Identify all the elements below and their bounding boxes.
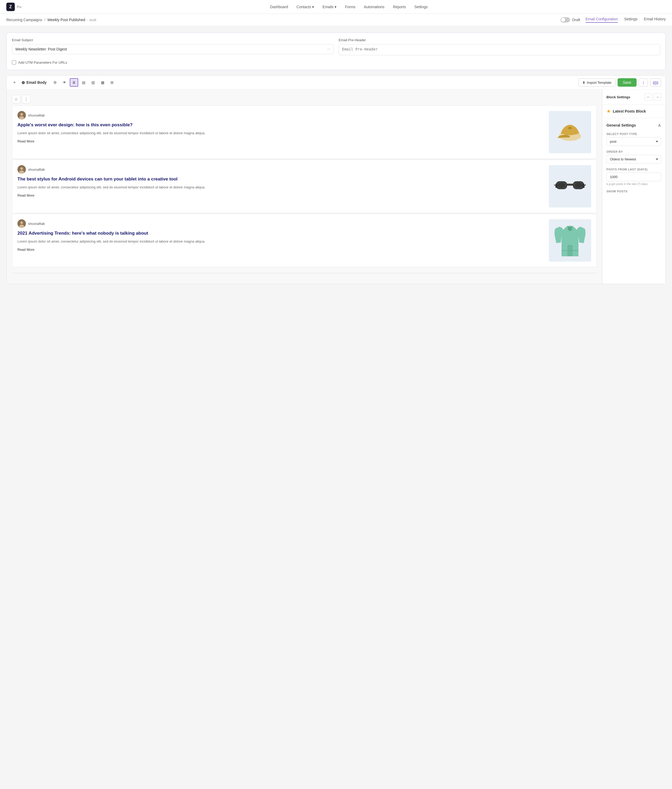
order-by-label: ORDER BY	[607, 150, 661, 153]
breadcrumb-parent[interactable]: Recurring Campaigns	[6, 18, 42, 22]
draft-toggle-wrap: Draft	[560, 17, 580, 22]
chevron-down-icon: ▾	[312, 5, 314, 9]
show-posts-group: SHOW POSTS	[607, 190, 661, 193]
nav-forms[interactable]: Forms	[345, 5, 356, 9]
email-subject-input-wrap: ···	[12, 44, 334, 54]
tab-email-configuration[interactable]: Email Configuration	[586, 17, 618, 23]
code-button[interactable]: ⋮	[639, 78, 648, 87]
read-more-link[interactable]: Read More	[18, 248, 34, 252]
post-card-content: shuvoaftab Apple's worst ever design: ho…	[18, 111, 544, 153]
settings-back-button[interactable]: ←	[645, 93, 652, 101]
post-title: 2021 Advertising Trends: here's what nob…	[18, 230, 544, 236]
email-preheader-label: Email Pre-Header	[339, 38, 660, 42]
email-body-icon: ⊕	[21, 80, 25, 85]
svg-rect-13	[583, 184, 584, 188]
posts-from-last-hint: e.g get posts in the last (7) days	[607, 182, 661, 185]
email-config-panel: Email Subject ··· Email Pre-Header Add U…	[6, 32, 666, 70]
svg-point-2	[19, 116, 24, 120]
toolbar-right: ⬇ Import Template Save ⋮ {{}}	[578, 78, 661, 87]
svg-line-15	[585, 184, 586, 185]
post-author: shuvoaftab	[18, 219, 544, 228]
block-star-icon: ★	[607, 109, 611, 114]
tab-settings[interactable]: Settings	[624, 17, 638, 23]
email-preheader-input[interactable]	[339, 44, 660, 55]
post-image-hoodie	[554, 222, 586, 259]
chevron-down-icon: ▾	[335, 5, 337, 9]
select-post-type-label: SELECT POST TYPE	[607, 133, 661, 136]
breadcrumb-current: Weekly Post Published	[47, 18, 85, 22]
settings-panel-header: Block Settings ← →	[602, 89, 666, 105]
email-subject-input[interactable]	[12, 44, 334, 54]
utm-label: Add UTM Parameters For URLs	[18, 61, 67, 64]
svg-point-21	[568, 227, 572, 231]
editor-canvas: ☆ ⋮	[6, 89, 602, 284]
utm-row: Add UTM Parameters For URLs	[12, 60, 660, 64]
svg-line-14	[554, 184, 555, 185]
general-settings: General Settings ∧ SELECT POST TYPE post…	[602, 118, 666, 201]
svg-point-19	[20, 221, 23, 224]
more-icon: ⋮	[642, 81, 645, 85]
email-body-section: + ⊕ Email Body ⚙ 👁 🖥 ▤ ▥ ▦ ⊞ ⬇ Import Te…	[6, 75, 666, 284]
block-star-button[interactable]: ☆	[12, 95, 20, 103]
block-settings-title-row: ★ Latest Posts Block	[602, 105, 666, 118]
more-options-icon[interactable]: ···	[327, 47, 330, 51]
posts-from-last-input[interactable]	[607, 172, 661, 181]
main-content: Email Subject ··· Email Pre-Header Add U…	[0, 26, 672, 291]
tab-email-history[interactable]: Email History	[644, 17, 666, 23]
post-image-glasses	[554, 176, 586, 197]
utm-checkbox[interactable]	[12, 60, 16, 64]
svg-rect-12	[555, 184, 557, 188]
email-subject-field: Email Subject ···	[12, 38, 334, 56]
block-more-button[interactable]: ⋮	[22, 95, 30, 103]
nav-dashboard[interactable]: Dashboard	[270, 5, 288, 9]
post-image	[549, 219, 591, 262]
top-navigation: Z Pro Dashboard Contacts ▾ Emails ▾ Form…	[0, 0, 672, 14]
template-code-button[interactable]: {{}}	[650, 78, 661, 87]
settings-nav: ← →	[645, 93, 661, 101]
settings-forward-button[interactable]: →	[654, 93, 661, 101]
nav-contacts[interactable]: Contacts ▾	[297, 5, 314, 9]
toolbar-icon-layout2[interactable]: ▥	[89, 78, 97, 87]
post-title: The best stylus for Android devices can …	[18, 176, 544, 182]
breadcrumb-separator: /	[44, 18, 45, 22]
save-button[interactable]: Save	[618, 78, 637, 87]
general-settings-collapse[interactable]: ∧	[658, 122, 661, 128]
post-card: shuvoaftab Apple's worst ever design: ho…	[12, 105, 597, 159]
draft-toggle[interactable]	[560, 17, 570, 22]
order-by-select[interactable]: Oldest to Newest Newest to Oldest Random	[607, 155, 661, 164]
toolbar-icon-eye[interactable]: 👁	[60, 78, 69, 87]
avatar	[18, 165, 26, 174]
read-more-link[interactable]: Read More	[18, 139, 34, 143]
nav-reports[interactable]: Reports	[393, 5, 406, 9]
toolbar-icon-desktop[interactable]: 🖥	[70, 78, 78, 87]
svg-point-17	[575, 182, 582, 188]
select-post-type-group: SELECT POST TYPE post page custom	[607, 133, 661, 146]
nav-settings[interactable]: Settings	[414, 5, 428, 9]
toolbar-icon-layout1[interactable]: ▤	[79, 78, 88, 87]
app-plan: Pro	[17, 5, 21, 8]
post-image-cap	[555, 119, 584, 145]
nav-automations[interactable]: Automations	[364, 5, 385, 9]
post-excerpt: Lorem ipsum dolor sit amet, consectetur …	[18, 239, 544, 244]
toolbar-icon-settings[interactable]: ⚙	[51, 78, 59, 87]
post-author: shuvoaftab	[18, 111, 544, 120]
toolbar-icon-layout4[interactable]: ⊞	[108, 78, 116, 87]
post-card: shuvoaftab The best stylus for Android d…	[12, 160, 597, 213]
select-post-type-select[interactable]: post page custom	[607, 137, 661, 146]
general-settings-label: General Settings	[607, 123, 636, 127]
app-logo: Z	[6, 3, 15, 11]
import-template-button[interactable]: ⬇ Import Template	[578, 78, 615, 87]
read-more-link[interactable]: Read More	[18, 193, 34, 197]
add-block-button[interactable]: +	[11, 79, 18, 86]
nav-emails[interactable]: Emails ▾	[322, 5, 337, 9]
block-controls: ☆ ⋮	[12, 95, 597, 103]
avatar	[18, 111, 26, 120]
avatar	[18, 219, 26, 228]
post-image	[549, 111, 591, 153]
toolbar-icon-layout3[interactable]: ▦	[98, 78, 107, 87]
toolbar-view-icons: ⚙ 👁 🖥 ▤ ▥ ▦ ⊞	[51, 78, 116, 87]
post-card: shuvoaftab 2021 Advertising Trends: here…	[12, 214, 597, 267]
draft-toggle-label: Draft	[572, 18, 580, 22]
email-body-label: ⊕ Email Body	[21, 80, 46, 85]
posts-from-last-group: POSTS FROM LAST (DAYS) e.g get posts in …	[607, 168, 661, 185]
